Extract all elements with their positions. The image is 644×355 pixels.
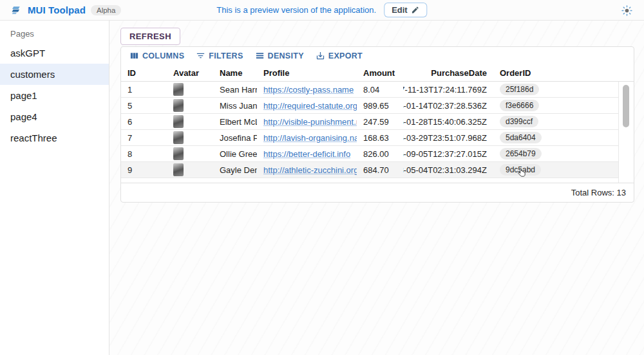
avatar bbox=[173, 83, 184, 96]
order-id-chip[interactable]: d399ccf bbox=[500, 116, 538, 127]
cell-purchase-date: 2076-03-29T23:51:07.968Z bbox=[403, 130, 493, 145]
filters-button-label: FILTERS bbox=[209, 51, 243, 60]
cell-name: Sean Harris bbox=[213, 82, 257, 97]
avatar bbox=[173, 163, 184, 176]
cell-amount: 168.63 bbox=[357, 130, 403, 145]
table-row[interactable]: 9 Gayle Den... http://athletic-zucchini.… bbox=[121, 162, 634, 178]
cell-id: 8 bbox=[121, 146, 167, 161]
export-button-label: EXPORT bbox=[328, 51, 363, 60]
customers-data-grid: COLUMNS FILTERS DENSITY bbox=[120, 46, 634, 203]
cell-id: 9 bbox=[121, 162, 167, 178]
cell-order-id: 9dc5abd bbox=[493, 162, 634, 178]
table-row[interactable]: 5 Miss Juan ... http://required-statute.… bbox=[121, 98, 634, 114]
profile-link[interactable]: http://required-statute.org bbox=[263, 101, 357, 111]
cell-purchase-date: 2088-05-04T02:31:03.294Z bbox=[403, 162, 493, 178]
cell-id: 1 bbox=[121, 82, 167, 97]
cell-avatar bbox=[167, 162, 213, 178]
grid-rows: 1 Sean Harris https://costly-pass.name 8… bbox=[121, 82, 634, 183]
sidebar: Pages askGPT customers page1 page4 react… bbox=[0, 21, 109, 355]
preview-banner-text: This is a preview version of the applica… bbox=[216, 5, 376, 15]
columns-button-label: COLUMNS bbox=[142, 51, 184, 60]
profile-link[interactable]: http://athletic-zucchini.org bbox=[263, 165, 357, 175]
cell-name: Ollie Green... bbox=[213, 146, 257, 161]
view-columns-icon bbox=[129, 51, 139, 60]
cell-amount: 684.70 bbox=[357, 162, 403, 178]
total-rows-label: Total Rows: 13 bbox=[571, 188, 626, 197]
cell-profile: http://lavish-organising.name bbox=[257, 130, 357, 145]
columns-button[interactable]: COLUMNS bbox=[125, 48, 189, 63]
cell-name: Gayle Den... bbox=[213, 162, 257, 178]
toolpad-logo-icon bbox=[10, 4, 23, 16]
vertical-scrollbar-track bbox=[618, 82, 634, 183]
profile-link[interactable]: https://better-deficit.info bbox=[263, 149, 350, 159]
cell-id: 5 bbox=[121, 98, 167, 113]
density-rows-icon bbox=[255, 51, 265, 60]
cell-avatar bbox=[167, 130, 213, 145]
cell-amount: 8.04 bbox=[357, 82, 403, 97]
sidebar-header: Pages bbox=[0, 21, 109, 42]
cell-profile: http://visible-punishment.net bbox=[257, 114, 357, 129]
cell-amount: 989.65 bbox=[357, 98, 403, 113]
theme-toggle-sun-icon[interactable] bbox=[621, 5, 632, 16]
top-app-bar: MUI Toolpad Alpha This is a preview vers… bbox=[0, 0, 644, 21]
order-id-chip[interactable]: 2654b79 bbox=[500, 148, 542, 159]
main-content: REFRESH COLUMNS FILTERS bbox=[109, 21, 644, 355]
cell-purchase-date: 2086-09-05T12:37:27.015Z bbox=[403, 146, 493, 161]
grid-toolbar: COLUMNS FILTERS DENSITY bbox=[121, 47, 634, 64]
column-header-amount[interactable]: Amount bbox=[357, 68, 403, 78]
column-header-avatar[interactable]: Avatar bbox=[167, 68, 213, 78]
preview-banner: This is a preview version of the applica… bbox=[216, 3, 427, 17]
sidebar-item-reactthree[interactable]: reactThree bbox=[0, 127, 109, 149]
table-row[interactable]: 6 Elbert McL... http://visible-punishmen… bbox=[121, 114, 634, 130]
profile-link[interactable]: https://costly-pass.name bbox=[263, 85, 354, 95]
profile-link[interactable]: http://lavish-organising.name bbox=[263, 133, 357, 143]
order-id-chip[interactable]: f3e6666 bbox=[500, 100, 539, 111]
sidebar-item-page1[interactable]: page1 bbox=[0, 85, 109, 106]
cell-amount: 247.59 bbox=[357, 114, 403, 129]
cell-id: 6 bbox=[121, 114, 167, 129]
table-row[interactable]: 1 Sean Harris https://costly-pass.name 8… bbox=[121, 82, 634, 98]
edit-button[interactable]: Edit bbox=[384, 3, 428, 17]
edit-button-label: Edit bbox=[392, 5, 408, 15]
cell-order-id: 2654b79 bbox=[493, 146, 634, 161]
column-header-orderid[interactable]: OrderID bbox=[493, 68, 634, 78]
cell-purchase-date: 1997-11-13T17:24:11.769Z bbox=[403, 82, 493, 97]
cell-purchase-date: 2045-01-28T15:40:06.325Z bbox=[403, 114, 493, 129]
profile-link[interactable]: http://visible-punishment.net bbox=[263, 117, 357, 127]
cell-id: 7 bbox=[121, 130, 167, 145]
cell-avatar bbox=[167, 114, 213, 129]
order-id-chip[interactable]: 5da6404 bbox=[500, 132, 542, 143]
column-header-id[interactable]: ID bbox=[121, 68, 167, 78]
cell-profile: http://athletic-zucchini.org bbox=[257, 162, 357, 178]
sidebar-item-customers[interactable]: customers bbox=[0, 64, 109, 85]
pencil-icon bbox=[412, 6, 420, 14]
filter-list-icon bbox=[196, 51, 205, 60]
grid-column-headers: ID Avatar Name Profile Amount PurchaseDa… bbox=[121, 64, 634, 82]
cell-order-id: d399ccf bbox=[493, 114, 634, 129]
column-header-name[interactable]: Name bbox=[213, 68, 257, 78]
column-header-purchasedate[interactable]: PurchaseDate bbox=[403, 68, 493, 78]
density-button[interactable]: DENSITY bbox=[251, 48, 308, 63]
app-title: MUI Toolpad bbox=[28, 5, 86, 15]
table-row[interactable]: 7 Josefina P... http://lavish-organising… bbox=[121, 130, 634, 146]
cursor-pointer-icon bbox=[517, 168, 527, 181]
vertical-scrollbar-thumb[interactable] bbox=[623, 85, 629, 127]
cell-avatar bbox=[167, 98, 213, 113]
avatar bbox=[173, 131, 184, 144]
grid-footer: Total Rows: 13 bbox=[121, 183, 634, 202]
cell-purchase-date: 2014-01-14T02:37:28.536Z bbox=[403, 98, 493, 113]
sidebar-item-page4[interactable]: page4 bbox=[0, 106, 109, 127]
avatar bbox=[173, 115, 184, 128]
cell-order-id: f3e6666 bbox=[493, 98, 634, 113]
avatar bbox=[173, 99, 184, 112]
export-button[interactable]: EXPORT bbox=[311, 48, 367, 63]
sidebar-item-askgpt[interactable]: askGPT bbox=[0, 42, 109, 64]
brand: MUI Toolpad Alpha bbox=[10, 4, 121, 16]
cell-order-id: 25f186d bbox=[493, 82, 634, 97]
column-header-profile[interactable]: Profile bbox=[257, 68, 357, 78]
table-row[interactable]: 8 Ollie Green... https://better-deficit.… bbox=[121, 146, 634, 162]
order-id-chip[interactable]: 25f186d bbox=[500, 84, 539, 95]
cell-name: Josefina P... bbox=[213, 130, 257, 145]
filters-button[interactable]: FILTERS bbox=[191, 48, 247, 63]
refresh-button[interactable]: REFRESH bbox=[120, 28, 180, 45]
